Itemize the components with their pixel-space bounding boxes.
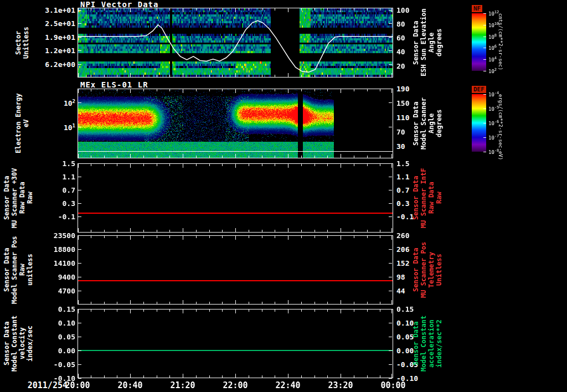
- x-minor-tick-mark: [169, 236, 170, 238]
- x-minor-tick-mark: [275, 302, 275, 304]
- els-spectrogram-canvas[interactable]: [78, 89, 393, 158]
- mu-scanner-30v-data-line: [78, 213, 393, 214]
- x-minor-tick-mark: [315, 89, 315, 91]
- x-minor-tick-mark: [249, 156, 249, 158]
- y-axis-tick-label: 0.7: [37, 187, 75, 194]
- npi-spectrogram-canvas[interactable]: [78, 8, 393, 77]
- colorbar-tick-label: 104: [488, 56, 497, 63]
- y-axis-tick-label: 0.3: [37, 200, 75, 207]
- x-minor-tick-mark: [275, 75, 275, 77]
- x-minor-tick-mark: [354, 310, 354, 312]
- y-tick-mark: [78, 23, 81, 24]
- x-minor-tick-mark: [169, 89, 170, 91]
- x-minor-tick-mark: [315, 156, 315, 158]
- x-minor-tick-mark: [117, 89, 117, 91]
- x-minor-tick-mark: [143, 375, 144, 378]
- x-minor-tick-mark: [157, 310, 157, 312]
- y-tick-mark: [78, 249, 81, 250]
- y-tick-mark: [389, 64, 392, 65]
- y-axis-title: Sensor DataModel Scanner PosRawunitless: [3, 235, 34, 305]
- mu-scanner-30v-plot-area[interactable]: [78, 163, 393, 233]
- x-minor-tick-mark: [301, 236, 302, 238]
- model-constant-data-line: [78, 350, 393, 351]
- x-minor-tick-mark: [196, 375, 197, 378]
- x-minor-tick-mark: [222, 89, 223, 91]
- x-minor-tick-mark: [354, 156, 354, 158]
- x-minor-tick-mark: [143, 164, 144, 166]
- x-tick-mark: [183, 89, 183, 93]
- y-axis-tick-label: 0.10: [37, 319, 75, 327]
- x-tick-mark: [130, 310, 131, 313]
- x-minor-tick-mark: [91, 75, 91, 77]
- colorbar-tick-mark: [483, 48, 486, 48]
- x-minor-tick-mark: [222, 75, 223, 77]
- x-minor-tick-mark: [301, 375, 302, 378]
- x-minor-tick-mark: [249, 310, 249, 312]
- x-minor-tick-mark: [354, 8, 354, 11]
- els-plot-area[interactable]: [78, 89, 393, 158]
- x-tick-mark: [130, 300, 131, 304]
- x-minor-tick-mark: [209, 156, 210, 158]
- x-minor-tick-mark: [315, 236, 315, 238]
- x-minor-tick-mark: [222, 156, 223, 158]
- y-axis-tick-label: 102: [37, 98, 75, 107]
- x-minor-tick-mark: [315, 164, 315, 166]
- colorbar-tick-mark: [483, 25, 486, 25]
- x-minor-tick-mark: [249, 302, 249, 304]
- x-minor-tick-mark: [367, 375, 368, 378]
- model-constant-plot-area[interactable]: [78, 309, 393, 378]
- y-tick-mark: [78, 37, 81, 38]
- x-minor-tick-mark: [327, 230, 328, 232]
- x-minor-tick-mark: [169, 75, 170, 77]
- x-tick-mark: [288, 300, 288, 304]
- y-axis-tick-label: 1.2e+01: [37, 47, 75, 54]
- x-tick-mark: [183, 8, 183, 12]
- y-axis-tick-label: -0.05: [37, 361, 75, 368]
- x-tick-mark: [288, 154, 288, 158]
- npi-plot-area[interactable]: [78, 8, 393, 78]
- y-tick-mark: [389, 37, 392, 38]
- x-tick-mark: [288, 310, 288, 313]
- model-scanner-pos-plot-area[interactable]: [78, 235, 393, 305]
- x-tick-mark: [183, 164, 183, 168]
- x-tick-mark: [130, 8, 131, 12]
- y-axis-title: Sensor DataMU Scanner +30VRaw DataRaw: [3, 163, 34, 233]
- x-tick-mark: [183, 236, 183, 240]
- y-tick-mark: [78, 190, 81, 190]
- x-minor-tick-mark: [209, 310, 210, 312]
- x-minor-tick-mark: [315, 75, 315, 77]
- y-axis-tick-label: 1.1: [37, 173, 75, 180]
- x-tick-mark: [341, 236, 341, 240]
- x-minor-tick-mark: [169, 310, 170, 312]
- x-tick-mark: [130, 154, 131, 158]
- y-tick-mark: [389, 350, 392, 351]
- x-tick-mark: [78, 8, 79, 12]
- x-tick-mark: [391, 89, 392, 93]
- x-minor-tick-mark: [169, 164, 170, 166]
- colorbar-tick-mark: [483, 109, 486, 109]
- x-tick-mark: [235, 73, 236, 77]
- x-tick-mark: [130, 228, 131, 232]
- x-minor-tick-mark: [222, 236, 223, 238]
- colorbar-name: DEF: [472, 86, 486, 93]
- y-tick-mark: [78, 177, 81, 177]
- y-axis-tick-label: 3.1e+01: [37, 6, 75, 13]
- x-minor-tick-mark: [209, 164, 210, 166]
- y-axis-tick-label: 1.5: [37, 160, 75, 167]
- x-minor-tick-mark: [209, 8, 210, 11]
- x-minor-tick-mark: [380, 75, 380, 77]
- x-tick-mark: [183, 310, 183, 313]
- y-tick-mark: [389, 263, 392, 264]
- x-tick-mark: [288, 164, 288, 168]
- x-minor-tick-mark: [91, 156, 91, 158]
- x-minor-tick-mark: [327, 89, 328, 91]
- x-minor-tick-mark: [315, 8, 315, 11]
- x-tick-mark: [391, 164, 392, 168]
- x-tick-mark: [183, 374, 183, 378]
- x-minor-tick-mark: [262, 164, 262, 166]
- x-minor-tick-mark: [117, 236, 117, 238]
- x-tick-mark: [183, 300, 183, 304]
- x-axis-tick-label: 22:40: [275, 380, 300, 390]
- x-minor-tick-mark: [262, 310, 262, 312]
- right-axis-title: Sensor DataMU Scanner IntFRaw DataRaw: [412, 163, 443, 233]
